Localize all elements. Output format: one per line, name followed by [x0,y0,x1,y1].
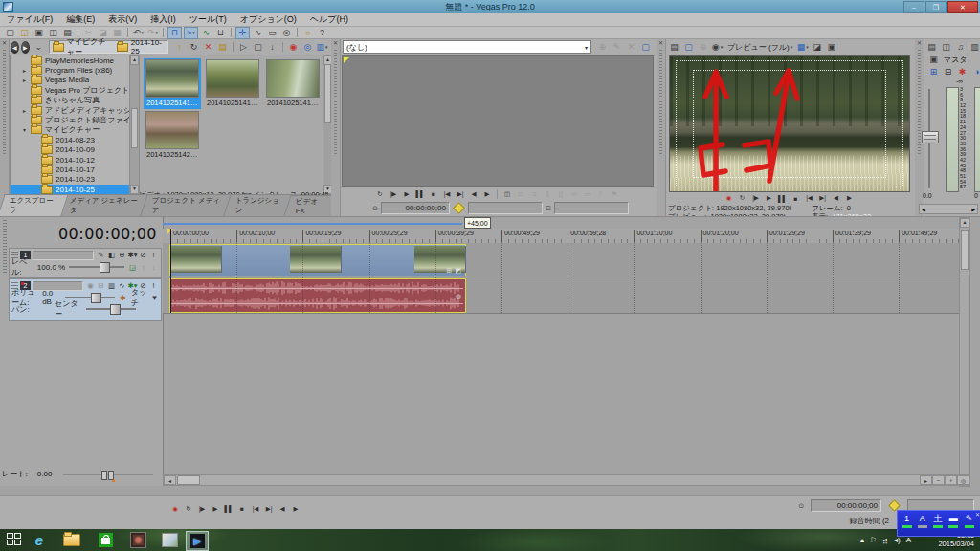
external-monitor-button[interactable]: ▢ [639,42,652,53]
ime-mode-icon[interactable]: A [906,536,911,544]
mixer-hscrollbar[interactable]: ◀▶ [919,204,978,214]
chevron-down-icon[interactable]: ▾ [151,293,158,303]
refresh-button[interactable]: ↻ [188,42,200,53]
bus-mute-button[interactable]: ◑ [970,66,980,77]
loop-playback-button[interactable]: ↻ [737,193,748,204]
region-in-button[interactable]: ▭ [568,188,580,199]
insert-input-bus-button[interactable]: ◫ [940,41,952,52]
play-button[interactable]: ▶ [764,193,775,204]
play-button[interactable]: ▶ [401,188,412,199]
stop-button[interactable]: ■ [791,193,802,204]
region-out-button[interactable]: ▭ [582,188,593,199]
composite-mode-button[interactable]: ◲ [127,262,138,272]
automation-gear-icon[interactable]: ✱ [118,293,128,302]
save-project-button[interactable]: ▣ [33,28,45,38]
video-preview-frame[interactable] [669,55,910,192]
add-media-across-time-button[interactable]: ◫ [501,188,513,199]
scrollbar-thumb[interactable] [324,64,331,123]
close-button[interactable]: ✕ [947,1,978,13]
taskbar-app-windows-store[interactable] [95,531,116,549]
pause-button[interactable]: ▌▌ [777,193,789,204]
media-thumbnail[interactable]: 20141025141… [144,58,201,109]
trimmer-display[interactable] [342,55,654,187]
volume-icon[interactable]: ◂) [894,536,901,544]
new-project-button[interactable]: ▢ [4,28,16,38]
search-button[interactable]: ◎ [301,42,314,53]
record-button[interactable]: ◉ [724,193,735,204]
dock-tab-0[interactable]: エクスプローラ [0,194,69,216]
next-frame-button[interactable]: ▶ [481,188,493,199]
scroll-down-icon[interactable]: ▼ [130,185,139,194]
taskbar-app-internet-explorer[interactable]: e [29,531,50,549]
action-center-icon[interactable]: ⚐ [870,536,877,544]
tree-item[interactable]: 2014-10-09 [11,145,129,155]
views-dropdown-icon[interactable]: ▾ [325,44,328,50]
tree-item[interactable]: 2014-10-23 [11,175,129,185]
copy-snapshot-button[interactable]: ◪ [811,42,823,53]
make-compositing-parent-button[interactable]: ↑ [138,262,148,272]
auto-ripple-dropdown-icon[interactable]: ▾ [192,30,195,35]
back-button[interactable]: ◀ [11,41,19,54]
zoom-tool-button[interactable]: ◎ [957,475,969,485]
media-thumbnail[interactable]: 20141025141… [264,58,322,109]
maximize-button[interactable]: ❐ [925,1,947,13]
go-to-start-button[interactable]: |◀ [250,503,261,514]
go-to-end-button[interactable]: ▶| [817,193,829,204]
go-to-end-button[interactable]: ▶| [263,503,275,514]
slider-handle[interactable] [91,293,101,303]
master-fader[interactable] [928,89,930,188]
automation-mode-label[interactable]: タッチ [131,287,147,308]
pan-value[interactable]: センター [55,298,83,320]
next-frame-button[interactable]: ▶ [290,503,301,514]
play-button[interactable]: ▶ [210,503,221,514]
play-from-start-button[interactable]: |▶ [388,188,399,199]
slider-handle[interactable] [100,262,110,273]
play-from-start-button[interactable]: |▶ [196,503,208,514]
menu-item-4[interactable]: ツール(T) [183,13,234,26]
scroll-left-button[interactable]: ◂ [164,475,176,485]
track-envelope-button[interactable]: ∿ [117,281,127,291]
go-to-start-button[interactable]: |◀ [441,188,453,199]
tree-item[interactable]: Vegas Pro プロジェクトファイル [11,85,129,95]
automation-settings-button[interactable]: ✱▾ [127,251,138,260]
tree-item[interactable]: PlayMemoriesHome [11,55,129,65]
plug-in-chain-button[interactable]: ⊕ [596,42,609,53]
ime-dictionary-button[interactable]: 土 [932,514,945,528]
save-snapshot-button[interactable]: ▣ [825,42,837,53]
get-media-from-web-button[interactable]: ◉ [287,42,300,53]
track-list-grip[interactable] [3,220,7,274]
video-track-header[interactable]: 1 ✎◧⊕✱▾⊘! レベル: 100.0 % ◲↑↓ [9,248,162,278]
open-project-button[interactable]: ◱ [18,28,31,38]
preview-quality-dropdown-icon[interactable]: ▾ [791,44,793,50]
preview-grip[interactable]: ✕ [657,39,666,216]
bypass-motion-blur-button[interactable]: ✎ [96,251,106,260]
network-icon[interactable]: ⣴ [882,536,888,544]
download-button[interactable]: ↓ [266,42,278,53]
tree-item[interactable]: ▾マイピクチャー [11,125,129,135]
solo-button[interactable]: ! [148,281,159,291]
cursor-time-field[interactable]: 00:00:00;00 [811,499,881,512]
scroll-up-icon[interactable]: ▲ [960,218,969,228]
taskbar-app-image-viewer[interactable] [159,531,180,549]
redo-button[interactable]: ↷▾ [146,28,159,38]
scroll-right-button[interactable]: ▸ [920,475,932,485]
pan-range-bar[interactable] [163,223,462,225]
time-ruler[interactable]: 00:00:00;0000:00:10;0000:00:19;2900:00:2… [163,229,970,244]
timeline-hscrollbar[interactable]: ◂ ▸−＋◎ [163,474,970,486]
dock-tab-1[interactable]: メディア ジェネレータ [57,194,151,216]
make-compositing-child-button[interactable]: ↓ [148,262,159,272]
menu-item-6[interactable]: ヘルプ(H) [303,13,355,26]
zoom-in-time-button[interactable]: ＋ [945,475,957,485]
close-panel-icon[interactable]: ✕ [0,39,9,48]
track-motion-button[interactable]: ⊕ [117,251,127,260]
ime-input-mode-button[interactable]: 1 [901,514,913,528]
tree-expand-icon[interactable]: ▸ [23,77,31,83]
tree-item[interactable]: きいちゃん写真 [11,96,129,105]
go-to-end-button[interactable]: ▶| [455,188,466,199]
ime-tools-button[interactable]: ✎ [963,514,975,528]
selection-length-field[interactable] [554,202,629,214]
envelope-edit-tool-button[interactable]: ∿ [252,28,264,38]
play-from-start-button[interactable]: |▶ [750,193,762,204]
volume-slider[interactable] [65,297,115,298]
preview-quality-button[interactable]: プレビュー (フル)▾ [725,42,794,53]
